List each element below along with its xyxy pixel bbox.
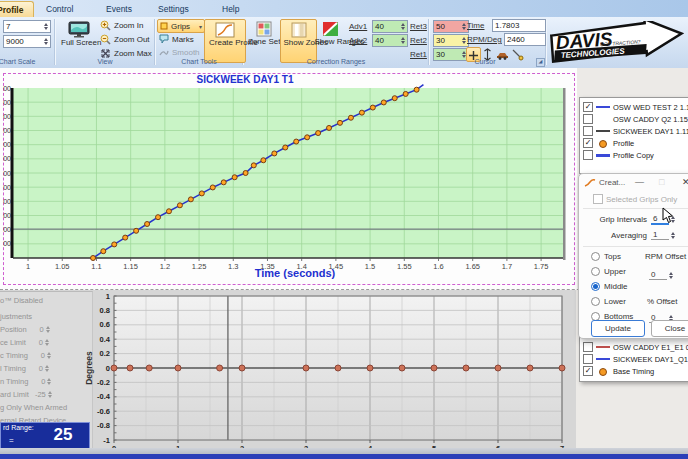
radio-tops[interactable] [591,252,600,261]
tab-events[interactable]: Events [96,1,142,17]
spinner-arrows-icon[interactable] [45,339,49,346]
tab-settings[interactable]: Settings [148,1,199,17]
base-timing-point [303,365,309,371]
zone-settings-button[interactable]: Zone Settings [245,19,283,61]
spinner-arrows-icon[interactable] [671,232,675,239]
base-timing-point [559,365,565,371]
checkbox-icon[interactable] [583,102,593,112]
spinner-arrows-icon[interactable] [48,391,52,398]
adv1-label: Adv1 [349,22,367,31]
checkbox-icon[interactable] [583,354,593,364]
create-profile-dialog[interactable]: Creat... — □ ✕ Selected Grips Only Grip … [578,173,688,339]
panel-row: ce Limit0 [0,337,49,348]
spinner-arrows-icon[interactable] [47,352,51,359]
close-icon[interactable]: ✕ [682,177,688,187]
maximize-icon: □ [659,177,664,187]
marks-button[interactable]: Marks [157,34,196,44]
grip-marker [210,185,215,190]
top-chart-plot[interactable]: 00000000000000000000000011.051.11.151.21… [0,68,577,290]
update-button[interactable]: Update [591,320,645,337]
selected-grips-only-label: Selected Grips Only [606,195,677,204]
checkbox-icon[interactable] [583,366,593,376]
svg-text:00: 00 [3,141,11,148]
show-ranges-button[interactable]: Show Ranges [312,19,349,61]
zoom-in-button[interactable]: Zoom In [98,20,145,31]
base-timing-point [146,365,152,371]
spinner-arrows-icon[interactable] [401,37,405,44]
base-timing-point [463,365,469,371]
radio-upper[interactable] [591,267,600,276]
taskbar-strip [0,454,688,459]
radio-upper-label: Upper [604,267,626,276]
chart-scale-max-spinner[interactable]: 9000 [3,35,51,48]
averaging-value[interactable]: 1 [651,230,669,240]
legend-item[interactable]: OSW CADDY Q2 1.15 2 [583,113,688,125]
panel-row: l Timing0 [0,363,49,374]
grip-marker [261,158,266,163]
grip-marker [123,235,128,240]
svg-text:00: 00 [3,155,11,162]
legend-item[interactable]: Base Timing [583,365,688,377]
chart-scale-min-spinner[interactable]: 7 [3,20,51,33]
top-chart-legend: OSW WED TEST 2 1.12 OSW CADDY Q2 1.15 2 … [579,97,688,174]
adv1-field[interactable]: 40 [372,20,408,33]
close-button[interactable]: Close [651,320,688,337]
spinner-arrows-icon[interactable] [44,38,48,45]
bottom-chart-panel[interactable]: 10.80.60.40.20-0.2-0.4-0.6-0.8-101234567… [82,291,645,448]
grips-dropdown[interactable]: Grips ▾ [157,19,205,33]
full-screen-button[interactable]: Full Screen [58,19,100,47]
bottom-chart-plot[interactable]: 10.80.60.40.20-0.2-0.4-0.6-0.8-101234567… [82,291,645,448]
adv2-field[interactable]: 40 [372,34,408,47]
panel-row: o™ Disabled [0,295,43,306]
checkbox-icon[interactable] [583,126,593,136]
spinner-arrows-icon[interactable] [45,365,49,372]
tab-help[interactable]: Help [212,1,249,17]
legend-item-label: OSW CADDY E1_E1 0 [613,343,688,352]
radio-middle[interactable] [591,282,600,291]
svg-text:00: 00 [3,127,11,134]
ret2-field[interactable]: 30 [433,34,469,47]
chevron-down-icon: ▾ [199,23,202,30]
create-profile-button[interactable]: Create Profile [204,19,246,63]
checkbox-icon[interactable] [583,138,593,148]
grips-label: Grips [171,22,196,31]
legend-item[interactable]: OSW WED TEST 2 1.12 [583,101,688,113]
top-chart-xaxis-label: Time (seconds) [0,267,590,279]
spinner-arrows-icon[interactable] [44,23,48,30]
spinner-arrows-icon[interactable] [47,378,51,385]
base-timing-point [111,365,117,371]
top-chart-panel[interactable]: SICKWEEK DAY1 T1 00000000000000000000000… [0,68,577,290]
spinner-arrows-icon[interactable] [401,23,405,30]
base-timing-point [239,365,245,371]
cursor-dialog-launcher-icon[interactable]: ◢ [536,58,545,67]
legend-item[interactable]: Profile [583,137,688,149]
checkbox-icon[interactable] [583,114,593,124]
grip-marker [403,91,408,96]
spinner-arrows-icon[interactable] [669,272,673,279]
averaging-spinner[interactable]: 1 [651,229,675,241]
checkbox-icon[interactable] [583,150,593,160]
zoom-out-button[interactable]: Zoom Out [98,34,152,45]
ret3-field[interactable]: 50 [433,20,469,33]
spinner-arrows-icon[interactable] [46,326,50,333]
grip-marker [414,87,419,92]
legend-item[interactable]: SICKWEEK DAY1_Q1 0 [583,353,688,365]
ribbon-tab-bar: Profile Control Events Settings Help [0,0,688,17]
tab-profile[interactable]: Profile [0,1,34,18]
base-timing-point [399,365,405,371]
rpm-offset-value[interactable]: 0 [649,270,667,280]
checkbox-icon[interactable] [583,342,593,352]
legend-item[interactable]: OSW CADDY E1_E1 0 [583,341,688,353]
legend-item[interactable]: SICKWEEK DAY1 1.11 [583,125,688,137]
retard-range-box: rd Range: = 25 [0,422,90,450]
panel-row: ard Limit-25 [0,389,52,400]
full-screen-label: Full Screen [61,39,97,47]
svg-text:-0.4: -0.4 [97,392,111,401]
radio-lower[interactable] [591,297,600,306]
minimize-icon[interactable]: — [635,177,644,187]
legend-item[interactable]: Profile Copy [583,149,688,161]
base-timing-point [495,365,501,371]
rpm-offset-spinner[interactable]: 0 [649,269,673,281]
tab-control[interactable]: Control [36,1,83,17]
cursor-time-label: Time [467,21,484,30]
